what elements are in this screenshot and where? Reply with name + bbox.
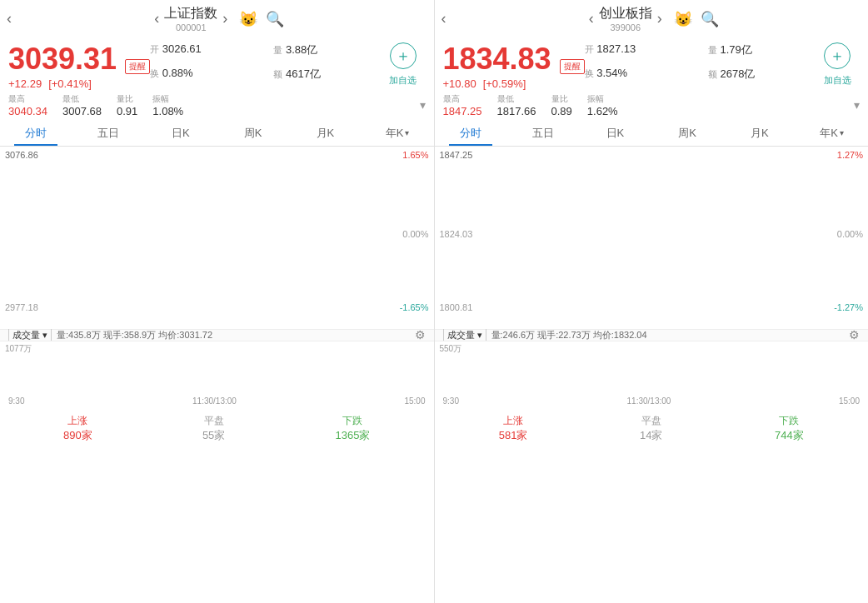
left-time-0: 9:30 — [8, 396, 24, 406]
left-stat-amplitude: 振幅 1.08% — [152, 93, 183, 117]
right-tab-日K[interactable]: 日K — [579, 121, 651, 146]
right-price-change: +10.80 [+0.59%] — [443, 77, 585, 90]
left-down-value: 1365家 — [335, 428, 370, 443]
right-open-label: 开 — [585, 44, 594, 54]
right-footer-up: 上涨 581家 — [499, 414, 528, 596]
right-stats-row: 最高 1847.25 最低 1817.66 量比 0.89 振幅 1.62% ▾ — [435, 93, 869, 121]
left-time-1: 11:30/13:00 — [192, 396, 237, 406]
left-amount-value: 4617亿 — [286, 67, 321, 80]
right-amount: 额 2678亿 — [708, 67, 815, 89]
right-tab-分时[interactable]: 分时 — [435, 121, 507, 146]
left-vol-chart: 1077万 9:30 11:30/13:00 15:00 — [0, 341, 434, 407]
right-alert-badge[interactable]: 提醒 — [560, 59, 585, 74]
right-up-value: 581家 — [499, 428, 528, 443]
right-chart-mid-right: 0.00% — [837, 229, 863, 239]
right-stat-volratio: 量比 0.89 — [551, 93, 572, 117]
left-tab-五日[interactable]: 五日 — [72, 121, 145, 146]
left-add-label[interactable]: 加自选 — [389, 74, 417, 87]
right-tab-周K[interactable]: 周K — [651, 121, 724, 146]
left-high-label: 最高 — [8, 93, 47, 105]
left-tab-日K[interactable]: 日K — [145, 121, 217, 146]
left-header: ‹ ‹ 上证指数 000001 › 😺 🔍 — [0, 0, 434, 37]
left-tab-分时[interactable]: 分时 — [0, 121, 72, 146]
left-main-chart — [0, 147, 434, 329]
right-collapse-arrow[interactable]: ▾ — [854, 98, 860, 112]
left-vol-label: 量 — [273, 45, 282, 55]
left-footer-flat: 平盘 55家 — [202, 414, 225, 596]
left-vol-info: 量:435.8万 现手:358.9万 均价:3031.72 — [57, 329, 212, 341]
right-back-arrow[interactable]: ‹ — [441, 10, 446, 27]
left-chart-bot-left: 2977.18 — [5, 302, 38, 312]
left-alert-badge[interactable]: 提醒 — [125, 59, 150, 74]
right-volratio-label: 量比 — [551, 93, 572, 105]
left-price-section: 3039.31 提醒 +12.29 [+0.41%] 开 3026.61 量 3… — [0, 37, 434, 93]
right-footer-down: 下跌 744家 — [775, 414, 804, 596]
right-search-icon[interactable]: 🔍 — [701, 10, 719, 28]
left-price-left: 3039.31 提醒 +12.29 [+0.41%] — [8, 42, 150, 90]
right-high-value: 1847.25 — [443, 105, 482, 117]
left-amplitude-value: 1.08% — [152, 105, 183, 117]
right-open: 开 1827.13 — [585, 42, 691, 65]
right-high-label: 最高 — [443, 93, 482, 105]
right-index-name: 创业板指 — [599, 5, 652, 22]
right-title: 创业板指 399006 — [599, 5, 652, 32]
right-vol-chart: 550万 9:30 11:30/13:00 15:00 — [435, 341, 869, 407]
right-turnover: 换 3.54% — [585, 67, 691, 89]
right-change: +10.80 — [443, 77, 476, 90]
left-turnover: 换 0.88% — [150, 67, 257, 89]
right-down-label: 下跌 — [775, 414, 804, 428]
left-open: 开 3026.61 — [150, 42, 257, 65]
left-prev-arrow[interactable]: ‹ — [149, 10, 164, 27]
left-next-arrow[interactable]: › — [217, 10, 232, 27]
left-high-value: 3040.34 — [8, 105, 47, 117]
right-low-value: 1817.66 — [497, 105, 536, 117]
left-back-arrow[interactable]: ‹ — [7, 10, 12, 27]
right-vol-value: 1.79亿 — [720, 43, 751, 56]
right-time-axis: 9:30 11:30/13:00 15:00 — [435, 396, 869, 406]
right-turnover-label: 换 — [585, 68, 594, 78]
left-stat-high: 最高 3040.34 — [8, 93, 47, 117]
right-footer: 上涨 581家 平盘 14家 下跌 744家 — [435, 407, 869, 603]
right-next-arrow[interactable]: › — [652, 10, 667, 27]
left-tab-周K[interactable]: 周K — [217, 121, 289, 146]
left-low-label: 最低 — [62, 93, 102, 105]
right-prev-arrow[interactable]: ‹ — [584, 10, 599, 27]
left-collapse-arrow[interactable]: ▾ — [420, 98, 426, 112]
right-flat-label: 平盘 — [640, 414, 662, 428]
right-amplitude-value: 1.62% — [587, 105, 618, 117]
left-volume-bar: 成交量 ▾ 量:435.8万 现手:358.9万 均价:3031.72 ⚙ — [0, 329, 434, 341]
right-up-label: 上涨 — [499, 414, 528, 428]
left-emoji-icon: 😺 — [239, 10, 257, 28]
left-price-grid: 开 3026.61 量 3.88亿 换 0.88% 额 4617亿 — [150, 42, 380, 90]
left-up-label: 上涨 — [63, 414, 92, 428]
right-index-code: 399006 — [599, 22, 652, 32]
left-header-icons: 😺 🔍 — [239, 10, 284, 28]
right-vol-label: 量 — [708, 45, 717, 55]
right-tab-月K[interactable]: 月K — [724, 121, 796, 146]
right-price-section: 1834.83 提醒 +10.80 [+0.59%] 开 1827.13 量 1… — [435, 37, 869, 93]
right-volume-bar: 成交量 ▾ 量:246.6万 现手:22.73万 均价:1832.04 ⚙ — [435, 329, 869, 341]
left-amount-label: 额 — [273, 69, 282, 79]
left-footer-down: 下跌 1365家 — [335, 414, 370, 596]
left-add-col: ＋ 加自选 — [381, 42, 426, 90]
left-index-code: 000001 — [164, 22, 217, 32]
left-tab-年K[interactable]: 年K ▾ — [362, 121, 434, 146]
right-add-button[interactable]: ＋ — [824, 42, 851, 69]
right-time-0: 9:30 — [443, 396, 459, 406]
left-index-name: 上证指数 — [164, 5, 217, 22]
left-chart-mid-right: 0.00% — [402, 229, 428, 239]
right-stat-amplitude: 振幅 1.62% — [587, 93, 618, 117]
right-chart-top-right: 1.27% — [837, 150, 863, 160]
right-header-icons: 😺 🔍 — [674, 10, 719, 28]
left-title: 上证指数 000001 — [164, 5, 217, 32]
left-low-value: 3007.68 — [62, 105, 102, 117]
left-flat-value: 55家 — [202, 428, 225, 443]
right-chart-area: 1847.25 1.27% 1824.03 0.00% 1800.81 -1.2… — [435, 147, 869, 329]
right-tab-年K[interactable]: 年K ▾ — [796, 121, 868, 146]
left-add-button[interactable]: ＋ — [390, 42, 417, 69]
left-search-icon[interactable]: 🔍 — [266, 10, 284, 28]
left-tab-月K[interactable]: 月K — [289, 121, 362, 146]
left-footer-up: 上涨 890家 — [63, 414, 92, 596]
right-tab-五日[interactable]: 五日 — [506, 121, 579, 146]
right-add-label[interactable]: 加自选 — [824, 74, 851, 87]
